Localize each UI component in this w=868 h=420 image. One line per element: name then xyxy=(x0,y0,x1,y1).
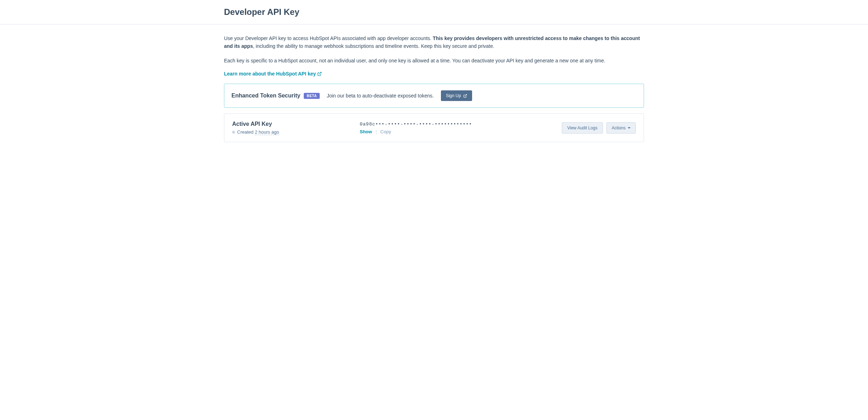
view-audit-logs-button[interactable]: View Audit Logs xyxy=(562,122,603,134)
external-link-icon xyxy=(463,94,467,98)
masked-api-key: 0a98c•••-••••-••••-••••-•••••••••••• xyxy=(360,122,555,127)
created-time: 2 hours ago xyxy=(255,129,279,135)
external-link-icon xyxy=(317,72,322,76)
page-title: Developer API Key xyxy=(224,7,644,17)
page-header: Developer API Key xyxy=(0,0,868,24)
beta-banner-title: Enhanced Token Security xyxy=(231,93,300,99)
created-prefix: Created xyxy=(237,129,255,135)
api-key-title: Active API Key xyxy=(232,121,353,127)
show-key-link[interactable]: Show xyxy=(360,129,372,134)
chevron-down-icon xyxy=(628,127,631,129)
learn-more-link[interactable]: Learn more about the HubSpot API key xyxy=(224,71,322,77)
api-key-created: Created 2 hours ago xyxy=(232,129,353,135)
description-paragraph-2: Each key is specific to a HubSpot accoun… xyxy=(224,57,644,65)
signup-button[interactable]: Sign Up xyxy=(441,90,472,101)
beta-banner-description: Join our beta to auto-deactivate exposed… xyxy=(327,93,434,99)
key-actions: Show | Copy xyxy=(360,129,555,134)
signup-button-label: Sign Up xyxy=(446,93,461,98)
audit-logs-label: View Audit Logs xyxy=(567,125,597,130)
actions-label: Actions xyxy=(612,125,626,130)
actions-dropdown-button[interactable]: Actions xyxy=(606,122,636,134)
description-paragraph-1: Use your Developer API key to access Hub… xyxy=(224,34,644,50)
description-intro: Use your Developer API key to access Hub… xyxy=(224,35,433,41)
api-key-info: Active API Key Created 2 hours ago xyxy=(232,121,353,135)
svg-line-0 xyxy=(319,72,321,74)
beta-banner: Enhanced Token Security BETA Join our be… xyxy=(224,84,644,108)
main-content: Use your Developer API key to access Hub… xyxy=(0,24,868,152)
api-key-value-section: 0a98c•••-••••-••••-••••-•••••••••••• Sho… xyxy=(353,122,562,134)
learn-more-text: Learn more about the HubSpot API key xyxy=(224,71,316,77)
svg-line-1 xyxy=(465,94,466,96)
description-outro: , including the ability to manage webhoo… xyxy=(253,43,494,49)
beta-badge: BETA xyxy=(304,93,319,99)
status-dot-icon xyxy=(232,131,235,134)
api-key-buttons: View Audit Logs Actions xyxy=(562,122,636,134)
api-key-card: Active API Key Created 2 hours ago 0a98c… xyxy=(224,113,644,142)
copy-key-link[interactable]: Copy xyxy=(380,129,391,134)
separator: | xyxy=(376,129,377,134)
